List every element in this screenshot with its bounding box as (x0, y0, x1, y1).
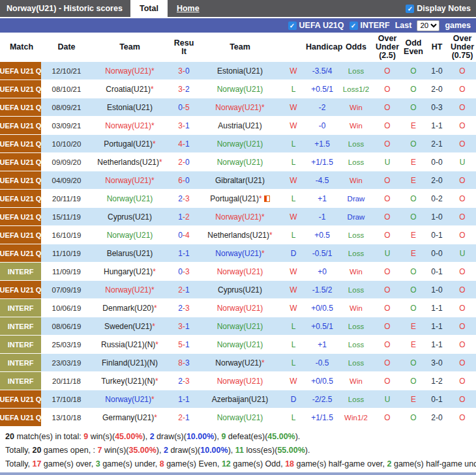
cell-home-team: Norway(U21)* (90, 281, 170, 298)
cell-handicap: -4.5 (305, 171, 339, 189)
cell-odd-even-value: E (411, 158, 416, 167)
note-icon[interactable] (264, 195, 270, 202)
cell-half-time-score: 0-2 (425, 190, 449, 207)
cell-over-under-25-value: O (384, 103, 390, 112)
cell-over-under-25-value: O (384, 358, 390, 367)
match-row: INTERF10/06/19Denmark(U20)*2-3Norway(U21… (0, 299, 476, 317)
cell-result: W (282, 117, 305, 134)
cell-result-value: L (291, 340, 296, 349)
cell-odd-even: E (402, 153, 425, 171)
games-count-select[interactable]: 20 (417, 20, 439, 31)
cell-half-time-score: 0-1 (425, 226, 449, 244)
cell-result: W (282, 263, 305, 280)
cell-handicap-value: +1/1.5 (311, 158, 333, 167)
cell-half-time-score: 2-0 (425, 409, 449, 426)
cell-half-time-score: 1-1 (425, 299, 449, 317)
cell-handicap: +1/1.5 (305, 409, 339, 426)
column-header: Odds (339, 33, 373, 61)
cell-away-team: Estonia(U21) (198, 62, 282, 79)
checkbox-checked-icon[interactable]: ✓ (288, 22, 297, 30)
summary-text: 18 (285, 459, 294, 468)
team-name: Denmark(U20) (102, 304, 154, 313)
summary-text: draw(s)( (155, 432, 186, 441)
display-notes-toggle[interactable]: ✓ Display Notes (406, 0, 476, 17)
cell-half-time-score: 0-3 (425, 98, 449, 116)
filter-uefa-u21q-toggle[interactable]: ✓ UEFA U21Q (288, 21, 344, 30)
competition-badge: UEFA U21 Q (0, 80, 41, 98)
cell-odds: Loss (339, 336, 373, 353)
cell-odd-even-value: O (410, 267, 416, 276)
cell-odds-value: Loss (348, 359, 364, 367)
score-home: 5 (178, 340, 183, 349)
cell-over-under-075: O (449, 135, 476, 152)
score-home: 8 (178, 358, 183, 367)
half-time-score: 0-2 (431, 194, 442, 203)
cell-over-under-25-value: O (384, 322, 390, 331)
cell-odd-even-value: E (411, 121, 416, 130)
cell-odd-even-value: O (410, 103, 416, 112)
cell-over-under-075: O (449, 171, 476, 189)
cell-over-under-075: O (449, 62, 476, 79)
team-name: Belarus(U21) (107, 249, 153, 258)
cell-date: 11/10/19 (43, 244, 90, 262)
cell-away-team: Norway(U21) (198, 409, 282, 426)
page-title: Norway(U21) - Historic scores (0, 0, 130, 17)
home-marker-asterisk: * (153, 267, 156, 276)
score-away: 3 (185, 267, 190, 276)
home-marker-asterisk: * (151, 285, 155, 295)
cell-over-under-25-value: O (384, 413, 390, 422)
cell-result-value: L (291, 231, 296, 240)
cell-half-time-score: 2-1 (425, 135, 449, 152)
match-row: UEFA U21 Q03/09/21Norway(U21)*3-1Austria… (0, 117, 476, 134)
cell-score: 2-3 (170, 190, 198, 207)
cell-over-under-25: O (373, 299, 402, 317)
tab-total[interactable]: Total (130, 0, 168, 17)
match-row: INTERF11/09/19Hungary(U21)*0-3Norway(U21… (0, 263, 476, 280)
cell-result-value: L (291, 322, 296, 331)
cell-date: 08/10/21 (43, 80, 90, 98)
cell-odd-even-value: E (411, 322, 416, 331)
competition-badge: UEFA U21 Q (0, 281, 41, 298)
cell-competition: UEFA U21 Q (0, 135, 43, 152)
cell-competition: UEFA U21 Q (0, 208, 43, 225)
competition-badge: UEFA U21 Q (0, 117, 41, 134)
score-home: 3 (178, 322, 183, 331)
summary-text: 11 (235, 446, 244, 455)
cell-over-under-075-value: O (459, 66, 465, 76)
summary-text: game(s) under, (100, 459, 160, 468)
tab-home[interactable]: Home (168, 0, 209, 17)
summary-text: win(s)( (102, 446, 128, 455)
summary-text: 55.00% (277, 446, 305, 455)
checkbox-checked-icon[interactable]: ✓ (406, 5, 414, 13)
cell-result: L (282, 354, 305, 371)
match-row: INTERF20/11/18Turkey(U21)(N)*2-3Norway(U… (0, 372, 476, 390)
column-header (282, 33, 305, 61)
cell-odds: Draw (339, 208, 373, 225)
cell-over-under-25-value: O (384, 377, 390, 386)
cell-away-team: Netherlands(U21)* (198, 226, 282, 244)
match-row: UEFA U21 Q13/10/18Germany(U21)*2-1Norway… (0, 409, 476, 426)
cell-result: W (282, 98, 305, 116)
match-row: UEFA U21 Q15/11/19Cyprus(U21)1-2Norway(U… (0, 208, 476, 225)
team-name: Austria(U21) (218, 121, 261, 130)
team-name: Norway(U21) (215, 249, 261, 258)
cell-odds-value: Loss (348, 286, 364, 294)
cell-handicap-value: +1 (318, 194, 327, 203)
cell-half-time-score: 2-0 (425, 171, 449, 189)
cell-over-under-25: O (373, 281, 402, 298)
cell-over-under-075-value: O (459, 139, 465, 149)
filter-bar: ✓ UEFA U21Q ✓ INTERF Last 20 games (0, 17, 476, 33)
home-marker-asterisk: * (269, 231, 273, 240)
summary-text: game(s) Odd, (231, 459, 285, 468)
column-header: Team (198, 33, 282, 61)
match-row: UEFA U21 Q12/10/21Norway(U21)*3-0Estonia… (0, 62, 476, 79)
cell-odd-even-value: O (410, 212, 416, 222)
checkbox-checked-icon[interactable]: ✓ (350, 22, 358, 30)
competition-badge: INTERF (0, 299, 41, 317)
cell-date: 03/09/21 (43, 117, 90, 134)
cell-home-team: Belarus(U21) (90, 244, 170, 262)
score-away: 1 (185, 285, 190, 295)
cell-away-team: Austria(U21) (198, 117, 282, 134)
filter-interf-toggle[interactable]: ✓ INTERF (350, 21, 390, 30)
cell-result-value: L (291, 158, 296, 167)
